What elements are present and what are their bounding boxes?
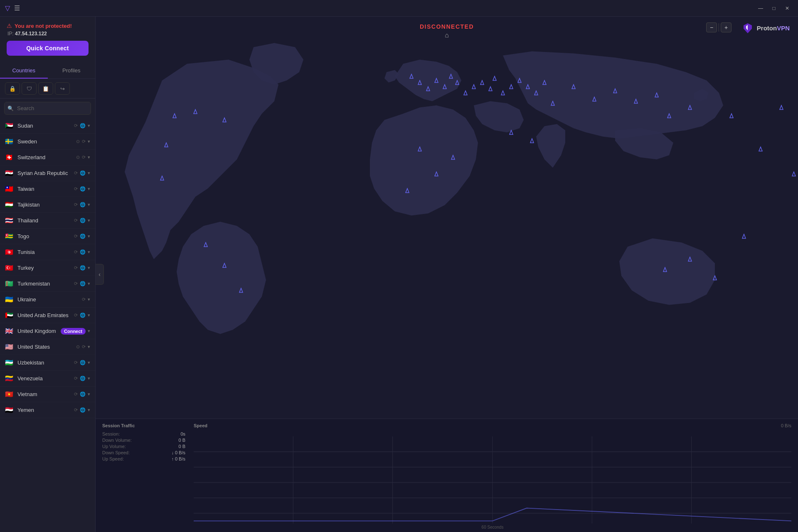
chevron-down-icon[interactable]: ▾ (88, 170, 90, 176)
zoom-out-button[interactable]: − (706, 22, 717, 32)
country-item[interactable]: 🇹🇳Tunisia⟳🌐▾ (0, 244, 95, 260)
collapse-sidebar-button[interactable]: ‹ (96, 264, 104, 285)
country-action-icons: ⟳🌐▾ (74, 234, 90, 239)
country-item[interactable]: 🇸🇾Syrian Arab Republic⟳🌐▾ (0, 165, 95, 181)
country-action-icons: ⊙⟳▾ (76, 139, 90, 144)
chevron-down-icon[interactable]: ▾ (88, 281, 90, 286)
chevron-down-icon[interactable]: ▾ (88, 202, 90, 207)
country-icon: 🌐 (80, 376, 86, 381)
minimize-button[interactable]: — (755, 3, 766, 13)
country-item[interactable]: 🇺🇿Uzbekistan⟳🌐▾ (0, 355, 95, 371)
country-name: Venezuela (17, 375, 71, 382)
country-action-icons: ⊙⟳▾ (76, 155, 90, 160)
warning-icon: ⚠ (7, 22, 12, 29)
country-item[interactable]: 🇾🇪Yemen⟳🌐▾ (0, 402, 95, 418)
warning-text: You are not protected! (15, 23, 72, 29)
country-item[interactable]: 🇸🇪Sweden⊙⟳▾ (0, 134, 95, 150)
country-icon: 🌐 (80, 313, 86, 318)
country-icon: ⟳ (74, 202, 78, 207)
country-icon: 🌐 (80, 123, 86, 128)
zoom-in-button[interactable]: + (721, 22, 732, 32)
country-name: United Kingdom (17, 328, 57, 334)
country-item[interactable]: 🇦🇪United Arab Emirates⟳🌐▾ (0, 308, 95, 323)
country-action-icons: ⟳🌐▾ (74, 170, 90, 176)
chevron-down-icon[interactable]: ▾ (88, 218, 90, 223)
chevron-down-icon[interactable]: ▾ (88, 313, 90, 318)
country-item[interactable]: 🇸🇩Sudan⟳🌐▾ (0, 118, 95, 134)
country-flag: 🇸🇩 (5, 122, 14, 130)
connect-pill[interactable]: Connect (61, 328, 86, 335)
proton-prefix: Proton (757, 25, 777, 32)
country-item[interactable]: 🇺🇸United States⊙⟳▾ (0, 339, 95, 355)
country-item[interactable]: 🇹🇼Taiwan⟳🌐▾ (0, 181, 95, 197)
country-icon: 🌐 (80, 407, 86, 413)
home-icon[interactable]: ⌂ (445, 32, 449, 39)
country-action-icons: ⟳🌐▾ (74, 202, 90, 207)
country-icon: ⟳ (74, 249, 78, 255)
menu-icon[interactable]: ☰ (14, 4, 20, 12)
search-box: 🔍 (4, 102, 91, 115)
close-button[interactable]: ✕ (781, 3, 793, 13)
chevron-down-icon[interactable]: ▾ (88, 297, 90, 302)
country-item[interactable]: 🇻🇪Venezuela⟳🌐▾ (0, 371, 95, 387)
chevron-down-icon[interactable]: ▾ (88, 407, 90, 413)
chevron-down-icon[interactable]: ▾ (88, 392, 90, 397)
filter-lock-button[interactable]: 🔒 (5, 82, 20, 95)
chevron-down-icon[interactable]: ▾ (88, 155, 90, 160)
connection-status: DISCONNECTED (420, 23, 474, 30)
country-flag: 🇺🇸 (5, 343, 14, 351)
country-name: Taiwan (17, 186, 71, 192)
maximize-button[interactable]: □ (768, 3, 780, 13)
country-item[interactable]: 🇹🇭Thailand⟳🌐▾ (0, 213, 95, 229)
country-item[interactable]: 🇹🇯Tajikistan⟳🌐▾ (0, 197, 95, 213)
country-flag: 🇹🇼 (5, 185, 14, 193)
country-flag: 🇸🇾 (5, 169, 14, 177)
chevron-down-icon[interactable]: ▾ (88, 344, 90, 350)
window-controls: — □ ✕ (755, 3, 793, 13)
chevron-down-icon[interactable]: ▾ (88, 360, 90, 365)
sidebar: ⚠ You are not protected! IP: 47.54.123.1… (0, 17, 96, 532)
filter-redirect-button[interactable]: ↪ (55, 82, 70, 95)
traffic-row-down-vol: Down Volume: 0 B (102, 438, 185, 443)
country-icon: ⟳ (74, 265, 78, 271)
chevron-down-icon[interactable]: ▾ (88, 249, 90, 255)
title-bar: ▽ ☰ — □ ✕ (0, 0, 798, 17)
country-flag: 🇾🇪 (5, 406, 14, 414)
search-input[interactable] (4, 102, 91, 115)
filter-list-button[interactable]: 📋 (38, 82, 53, 95)
tab-profiles[interactable]: Profiles (48, 63, 96, 79)
country-icon: ⟳ (74, 123, 78, 128)
chevron-down-icon[interactable]: ▾ (88, 123, 90, 128)
chevron-down-icon[interactable]: ▾ (88, 139, 90, 144)
chevron-down-icon[interactable]: ▾ (88, 265, 90, 271)
country-item[interactable]: 🇬🇧United KingdomConnect▾ (0, 323, 95, 339)
chevron-down-icon[interactable]: ▾ (88, 234, 90, 239)
country-item[interactable]: 🇹🇬Togo⟳🌐▾ (0, 229, 95, 244)
country-name: Sudan (17, 123, 71, 129)
country-name: Ukraine (17, 296, 79, 303)
chevron-down-icon[interactable]: ▾ (88, 376, 90, 381)
country-item[interactable]: 🇨🇭Switzerland⊙⟳▾ (0, 150, 95, 165)
country-icon: 🌐 (80, 360, 86, 365)
country-flag: 🇻🇪 (5, 374, 14, 382)
chevron-down-icon[interactable]: ▾ (88, 186, 90, 192)
country-flag: 🇨🇭 (5, 153, 14, 161)
filter-shield-button[interactable]: 🛡 (22, 82, 37, 95)
proton-text: ProtonVPN (757, 25, 790, 32)
country-action-icons: ⟳🌐▾ (74, 218, 90, 223)
up-speed-value: ↑ 0 B/s (171, 456, 185, 461)
speed-chart (194, 436, 791, 529)
tab-countries[interactable]: Countries (0, 63, 48, 79)
country-name: Turkey (17, 265, 71, 271)
country-icon: 🌐 (80, 234, 86, 239)
country-icon: ⟳ (82, 297, 86, 302)
quick-connect-button[interactable]: Quick Connect (7, 41, 89, 56)
country-item[interactable]: 🇺🇦Ukraine⟳▾ (0, 292, 95, 308)
country-name: Vietnam (17, 391, 71, 397)
country-flag: 🇹🇯 (5, 201, 14, 209)
country-item[interactable]: 🇻🇳Vietnam⟳🌐▾ (0, 387, 95, 402)
country-item[interactable]: 🇹🇲Turkmenistan⟳🌐▾ (0, 276, 95, 292)
country-item[interactable]: 🇹🇷Turkey⟳🌐▾ (0, 260, 95, 276)
chevron-down-icon[interactable]: ▾ (88, 328, 90, 334)
traffic-row-session: Session: 0s (102, 431, 185, 436)
